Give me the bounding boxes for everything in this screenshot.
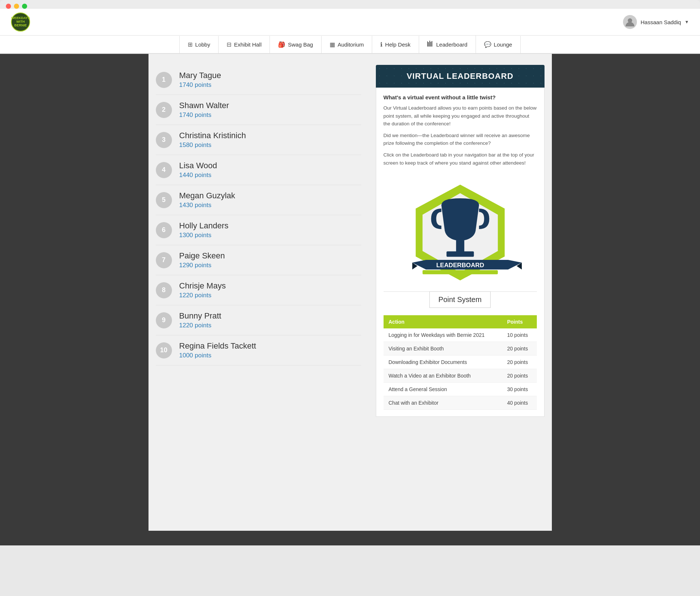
nav-bar: ⊞ Lobby ⊟ Exhibit Hall 🎒 Swag Bag ▦ Audi… <box>0 36 700 54</box>
leader-points-2: 1740 points <box>179 111 229 119</box>
info-headline: What's a virtual event without a little … <box>384 94 537 100</box>
rank-circle-7: 7 <box>156 252 172 268</box>
username: Hassaan Saddiq <box>641 19 681 25</box>
leader-points-4: 1440 points <box>179 172 217 179</box>
info-panel: What's a virtual event without a little … <box>376 88 545 417</box>
table-action-3: Downloading Exhibitor Documents <box>384 356 502 369</box>
avatar <box>623 15 637 29</box>
logo-text-3: BERNIE <box>11 24 30 27</box>
leader-info-1: Mary Tague 1740 points <box>179 71 221 89</box>
nav-item-leaderboard[interactable]: Leaderboard <box>419 36 476 53</box>
table-points-5: 30 points <box>502 383 537 396</box>
svg-rect-8 <box>456 240 464 253</box>
svg-rect-3 <box>429 41 430 47</box>
info-desc-2: Did we mention—the Leaderboard winner wi… <box>384 132 537 147</box>
lobby-icon: ⊞ <box>188 41 193 48</box>
leader-points-5: 1430 points <box>179 202 235 209</box>
main-content: 1 Mary Tague 1740 points 2 Shawn Walter … <box>149 54 552 428</box>
leader-name-1: Mary Tague <box>179 71 221 80</box>
leader-name-10: Regina Fields Tackett <box>179 341 256 351</box>
table-header-points: Points <box>502 315 537 328</box>
svg-rect-4 <box>430 42 431 47</box>
nav-item-auditorium[interactable]: ▦ Auditorium <box>322 36 373 53</box>
rank-circle-5: 5 <box>156 192 172 208</box>
leader-info-4: Lisa Wood 1440 points <box>179 161 217 179</box>
leader-item-4: 4 Lisa Wood 1440 points <box>156 155 361 185</box>
help-desk-icon: ℹ <box>380 41 382 48</box>
exhibit-hall-icon: ⊟ <box>227 41 231 48</box>
nav-item-exhibit-hall[interactable]: ⊟ Exhibit Hall <box>219 36 270 53</box>
leader-info-5: Megan Guzylak 1430 points <box>179 191 235 209</box>
table-points-4: 20 points <box>502 369 537 383</box>
table-points-1: 10 points <box>502 328 537 342</box>
nav-label-exhibit-hall: Exhibit Hall <box>234 41 261 48</box>
nav-item-lounge[interactable]: 💬 Lounge <box>476 36 521 53</box>
minimize-button[interactable] <box>14 4 19 9</box>
logo: WEEKDAYS WITH BERNIE <box>11 12 30 32</box>
leader-points-8: 1220 points <box>179 292 226 299</box>
right-panel: VIRTUAL LEADERBOARD What's a virtual eve… <box>376 65 545 417</box>
svg-text:LEADERBOARD: LEADERBOARD <box>436 262 484 269</box>
virtual-leaderboard-title: VIRTUAL LEADERBOARD <box>407 71 513 81</box>
auditorium-icon: ▦ <box>330 41 335 48</box>
rank-circle-4: 4 <box>156 162 172 178</box>
nav-label-swag-bag: Swag Bag <box>288 41 313 48</box>
leader-item-1: 1 Mary Tague 1740 points <box>156 65 361 95</box>
table-row-2: Visiting an Exhibit Booth 20 points <box>384 342 537 356</box>
leader-item-8: 8 Chrisje Mays 1220 points <box>156 275 361 305</box>
swag-bag-icon: 🎒 <box>278 41 285 48</box>
table-row-5: Attend a General Session 30 points <box>384 383 537 396</box>
leader-item-7: 7 Paige Skeen 1290 points <box>156 245 361 275</box>
close-button[interactable] <box>6 4 11 9</box>
leader-name-6: Holly Landers <box>179 221 229 231</box>
leader-info-10: Regina Fields Tackett 1000 points <box>179 341 256 359</box>
leader-points-7: 1290 points <box>179 262 225 269</box>
leader-item-3: 3 Christina Kristinich 1580 points <box>156 125 361 155</box>
nav-item-swag-bag[interactable]: 🎒 Swag Bag <box>270 36 321 53</box>
leader-info-9: Bunny Pratt 1220 points <box>179 311 221 329</box>
table-points-6: 40 points <box>502 396 537 410</box>
leader-info-2: Shawn Walter 1740 points <box>179 101 229 119</box>
nav-label-lobby: Lobby <box>195 41 210 48</box>
table-action-6: Chat with an Exhibitor <box>384 396 502 410</box>
table-row-3: Downloading Exhibitor Documents 20 point… <box>384 356 537 369</box>
user-area[interactable]: Hassaan Saddiq ▼ <box>623 15 689 29</box>
top-bar: WEEKDAYS WITH BERNIE Hassaan Saddiq ▼ <box>0 9 700 36</box>
leader-info-7: Paige Skeen 1290 points <box>179 251 225 269</box>
svg-rect-9 <box>446 251 474 257</box>
table-row-4: Watch a Video at an Exhibitor Booth 20 p… <box>384 369 537 383</box>
table-row-1: Logging in for Weekdays with Bernie 2021… <box>384 328 537 342</box>
leader-name-4: Lisa Wood <box>179 161 217 170</box>
leader-item-2: 2 Shawn Walter 1740 points <box>156 95 361 125</box>
leader-points-10: 1000 points <box>179 352 256 359</box>
point-table: Action Points Logging in for Weekdays wi… <box>384 315 537 410</box>
leader-name-7: Paige Skeen <box>179 251 225 261</box>
rank-circle-1: 1 <box>156 72 172 88</box>
leader-name-3: Christina Kristinich <box>179 131 246 140</box>
leader-name-9: Bunny Pratt <box>179 311 221 321</box>
trophy-graphic: LEADERBOARD <box>384 170 537 288</box>
leader-info-6: Holly Landers 1300 points <box>179 221 229 239</box>
table-action-2: Visiting an Exhibit Booth <box>384 342 502 356</box>
table-row-6: Chat with an Exhibitor 40 points <box>384 396 537 410</box>
leader-points-1: 1740 points <box>179 81 221 89</box>
leader-points-9: 1220 points <box>179 322 221 329</box>
info-desc-1: Our Virtual Leaderboard allows you to ea… <box>384 104 537 128</box>
svg-rect-5 <box>432 41 432 47</box>
leader-points-3: 1580 points <box>179 141 246 149</box>
leaderboard-icon <box>427 41 434 48</box>
leader-name-8: Chrisje Mays <box>179 281 226 291</box>
maximize-button[interactable] <box>22 4 27 9</box>
leader-item-9: 9 Bunny Pratt 1220 points <box>156 305 361 335</box>
leader-item-10: 10 Regina Fields Tackett 1000 points <box>156 335 361 365</box>
leader-name-5: Megan Guzylak <box>179 191 235 200</box>
table-action-5: Attend a General Session <box>384 383 502 396</box>
nav-item-help-desk[interactable]: ℹ Help Desk <box>372 36 419 53</box>
nav-label-lounge: Lounge <box>494 41 512 48</box>
table-points-3: 20 points <box>502 356 537 369</box>
leader-item-6: 6 Holly Landers 1300 points <box>156 215 361 245</box>
nav-label-auditorium: Auditorium <box>338 41 364 48</box>
info-desc-3: Click on the Leaderboard tab in your nav… <box>384 151 537 167</box>
nav-item-lobby[interactable]: ⊞ Lobby <box>179 36 219 53</box>
rank-circle-10: 10 <box>156 342 172 358</box>
